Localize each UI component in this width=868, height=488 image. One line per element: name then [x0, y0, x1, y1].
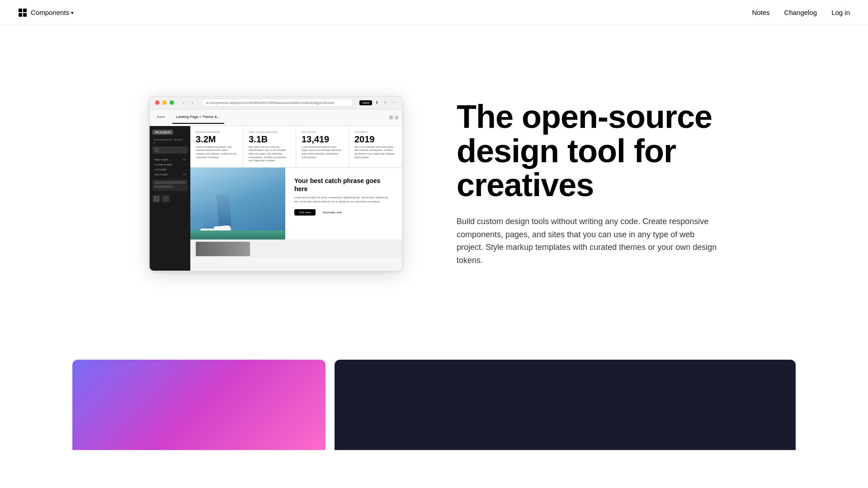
sidebar-top-row: All projects: [152, 130, 188, 135]
svg-rect-3: [23, 13, 27, 17]
stat-label-0: Declares generated: [196, 131, 237, 133]
app-hero-secondary-btn[interactable]: Secondary click: [319, 209, 345, 216]
sidebar-item-2[interactable]: Container align –: [152, 162, 188, 167]
browser-forward-icon[interactable]: ›: [189, 99, 196, 106]
app-hero-text: Your best catch phrase goes here Lorem i…: [285, 168, 402, 239]
sidebar-grid-controls: [152, 195, 188, 203]
stat-desc-0: Lorem sit adipiscing solutm, quis nostru…: [196, 145, 237, 160]
stat-desc-3: Qut in ea volustate velit esse quam nhil…: [354, 145, 396, 160]
stat-cell-0: Declares generated 3.2M Lorem sit adipis…: [190, 126, 243, 167]
nav-changelog[interactable]: Changelog: [784, 9, 817, 16]
browser-toolbar-right: Save ⬆ + ⋯: [359, 99, 396, 106]
url-text: a.components.all/plycom/c/8uRfive0I129RN…: [206, 101, 334, 105]
leg-right: [216, 194, 231, 226]
header-left: Components ▾: [18, 8, 74, 17]
app-hero-image: [190, 168, 285, 239]
sidebar-item-label-3: List height: [154, 168, 166, 171]
app-hero-image-inner: [190, 168, 285, 239]
bottom-cards: [0, 360, 868, 450]
browser-share-icon[interactable]: ⬆: [374, 99, 380, 106]
main-content: ‹ › a.components.all/plycom/c/8uRfive0I1…: [0, 0, 868, 450]
browser-tab-base[interactable]: Base: [153, 111, 169, 124]
stat-cell-1: Open source downloads 3.1B Quis atem vel…: [243, 126, 296, 167]
svg-rect-5: [392, 116, 393, 117]
sidebar-breadcrumb: components.all / flyover / x...: [152, 138, 188, 144]
svg-rect-1: [23, 9, 27, 12]
browser-tab-landing[interactable]: Landing Page > Theme &…: [172, 111, 224, 124]
sidebar-grid-view-btn[interactable]: [152, 195, 160, 203]
sidebar-item-1[interactable]: Align height Fill: [152, 157, 188, 162]
browser-nav: ‹ ›: [180, 99, 196, 106]
header: Components ▾ Notes Changelog Log in: [0, 0, 868, 25]
brand-name-button[interactable]: Components ▾: [31, 9, 74, 16]
toolbar-grid-icon[interactable]: [389, 116, 393, 119]
app-hero-buttons: Click here Secondary click: [294, 209, 393, 216]
app-bottom-strip: [190, 240, 402, 258]
sidebar-tab-all-projects[interactable]: All projects: [152, 130, 173, 135]
svg-rect-8: [395, 117, 398, 117]
toolbar-actions: [389, 116, 398, 119]
app-hero: Your best catch phrase goes here Lorem i…: [190, 168, 402, 240]
svg-rect-6: [390, 117, 391, 119]
nav-login[interactable]: Log in: [831, 9, 850, 16]
browser-add-tab-icon[interactable]: +: [382, 99, 388, 106]
stat-number-1: 3.1B: [249, 135, 290, 144]
svg-rect-7: [392, 117, 393, 119]
app-hero-desc: Lorem ipsum dolor sit amet, consectetur …: [294, 196, 393, 204]
svg-rect-9: [395, 117, 398, 118]
sidebar-item-4[interactable]: Auto height Fill: [152, 172, 188, 177]
hero-text: The open-source design tool for creative…: [457, 100, 719, 267]
browser-minimize-dot[interactable]: [162, 100, 167, 105]
toolbar-list-icon[interactable]: [395, 116, 398, 119]
stat-number-0: 3.2M: [196, 135, 237, 144]
browser-maximize-dot[interactable]: [170, 100, 174, 105]
nav-notes[interactable]: Notes: [752, 9, 769, 16]
ground: [190, 230, 285, 239]
svg-rect-10: [395, 118, 398, 119]
stat-cell-2: Git commits 13,419 Lorem ipsum quis dolo…: [296, 126, 349, 167]
browser-save-button[interactable]: Save: [359, 100, 372, 105]
sidebar-item-label-1: Align height: [154, 158, 168, 161]
sidebar-item-value-3: –: [184, 168, 186, 171]
chevron-down-icon: ▾: [71, 10, 74, 16]
stat-desc-1: Quis atem vel eum iure tunc reprehenderi…: [249, 145, 290, 163]
sidebar-item-value-1: Fill: [182, 158, 186, 161]
sidebar-list-view-btn[interactable]: [162, 195, 170, 203]
app-sidebar: All projects components.all / flyover / …: [150, 126, 190, 271]
stat-number-3: 2019: [354, 135, 396, 144]
sidebar-search-bar[interactable]: [152, 146, 188, 154]
browser-mockup: ‹ › a.components.all/plycom/c/8uRfive0I1…: [149, 96, 402, 271]
svg-rect-4: [390, 116, 391, 117]
preview-bar-1: [154, 181, 186, 184]
sidebar-item-label-2: Container align: [154, 163, 172, 166]
sidebar-search-icon: [155, 148, 159, 152]
stat-label-2: Git commits: [302, 131, 343, 133]
hero-section: ‹ › a.components.all/plycom/c/8uRfive0I1…: [0, 25, 868, 342]
header-nav: Notes Changelog Log in: [752, 9, 850, 16]
app-hero-title: Your best catch phrase goes here: [294, 177, 393, 193]
browser-tabs-row: Base Landing Page > Theme &…: [150, 109, 402, 126]
sidebar-component-preview: [152, 179, 188, 191]
sidebar-item-label-4: Auto height: [154, 173, 168, 176]
bottom-card-dark[interactable]: [335, 360, 796, 450]
sidebar-items-list: Align height Fill Container align – List…: [152, 157, 188, 177]
hero-subtext: Build custom design tools without writin…: [457, 215, 719, 267]
app-layout: All projects components.all / flyover / …: [150, 126, 402, 271]
stat-label-1: Open source downloads: [249, 131, 290, 133]
person-silhouette: [190, 168, 285, 239]
browser-more-icon[interactable]: ⋯: [390, 99, 396, 106]
browser-back-icon[interactable]: ‹: [180, 99, 187, 106]
browser-titlebar: ‹ › a.components.all/plycom/c/8uRfive0I1…: [150, 97, 402, 109]
app-main: Declares generated 3.2M Lorem sit adipis…: [190, 126, 402, 271]
hero-headline: The open-source design tool for creative…: [457, 100, 719, 202]
brand-label: Components: [31, 9, 69, 16]
sidebar-item-value-4: Fill: [182, 173, 186, 176]
sidebar-item-3[interactable]: List height –: [152, 167, 188, 172]
stat-cell-3: Founded in 2019 Qut in ea volustate veli…: [349, 126, 402, 167]
browser-urlbar[interactable]: a.components.all/plycom/c/8uRfive0I129RN…: [202, 99, 353, 107]
stat-label-3: Founded in: [354, 131, 396, 133]
stat-number-2: 13,419: [302, 135, 343, 144]
browser-close-dot[interactable]: [155, 100, 160, 105]
app-hero-primary-btn[interactable]: Click here: [294, 209, 316, 216]
bottom-card-purple[interactable]: [72, 360, 326, 450]
